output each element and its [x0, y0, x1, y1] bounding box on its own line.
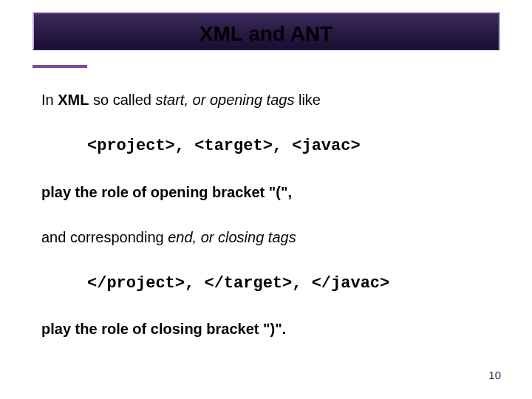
body-line-4: play the role of closing bracket ")".: [41, 319, 492, 339]
code-closing-tags: </project>, </target>, </javac>: [87, 273, 492, 295]
slide-body: In XML so called start, or opening tags …: [41, 90, 492, 339]
text-italic: start, or opening tags: [156, 92, 295, 108]
text-fragment: like: [294, 92, 321, 108]
slide-title: XML and ANT: [0, 22, 532, 46]
page-number: 10: [488, 369, 501, 381]
slide: XML and ANT In XML so called start, or o…: [0, 0, 532, 399]
body-line-2: play the role of opening bracket "(",: [41, 183, 492, 202]
text-fragment: In: [41, 92, 58, 108]
accent-underline: [33, 65, 87, 68]
body-line-3: and corresponding end, or closing tags: [41, 228, 492, 248]
text-fragment: and corresponding: [41, 229, 168, 245]
code-opening-tags: <project>, <target>, <javac>: [87, 135, 492, 157]
text-bold: XML: [58, 92, 89, 108]
text-italic: end, or closing tags: [168, 229, 296, 245]
text-fragment: so called: [89, 92, 155, 108]
body-line-1: In XML so called start, or opening tags …: [41, 90, 492, 110]
